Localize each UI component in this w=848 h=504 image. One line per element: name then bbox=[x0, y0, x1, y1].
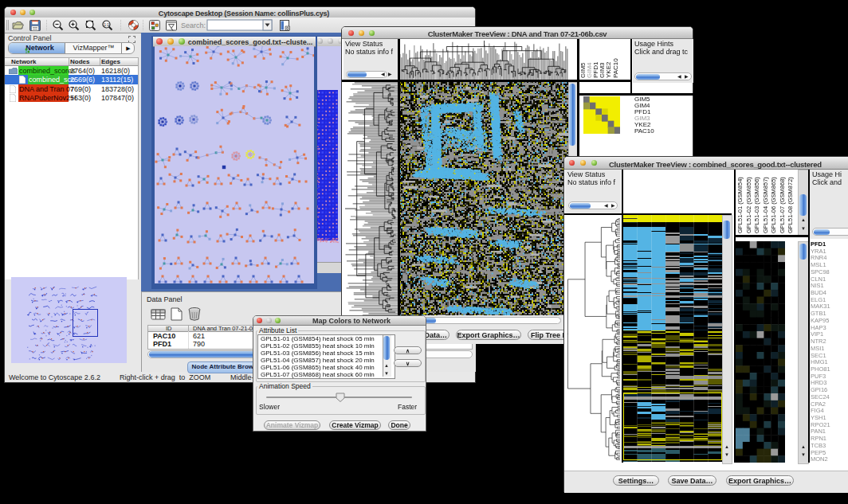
svg-text:GPL51-07 (GSM868): GPL51-07 (GSM868) bbox=[779, 177, 786, 233]
svg-text:PAC10: PAC10 bbox=[612, 58, 619, 78]
svg-text:YKE2: YKE2 bbox=[605, 61, 612, 78]
svg-text:GPL51-03 (GSM856): GPL51-03 (GSM856) bbox=[753, 177, 760, 233]
svg-text:GPL51-02 (GSM855): GPL51-02 (GSM855) bbox=[745, 177, 752, 233]
svg-text:GPL51-06 (GSM865): GPL51-06 (GSM865) bbox=[770, 177, 777, 233]
svg-text:GPL51-08 (GSM872): GPL51-08 (GSM872) bbox=[787, 177, 794, 233]
svg-text:Search:: Search: bbox=[181, 21, 206, 29]
svg-text:GPL51-04 (GSM857): GPL51-04 (GSM857) bbox=[762, 177, 769, 233]
svg-text:1:1: 1:1 bbox=[104, 22, 109, 27]
svg-text:GPL51-01 (GSM854): GPL51-01 (GSM854) bbox=[736, 177, 744, 233]
